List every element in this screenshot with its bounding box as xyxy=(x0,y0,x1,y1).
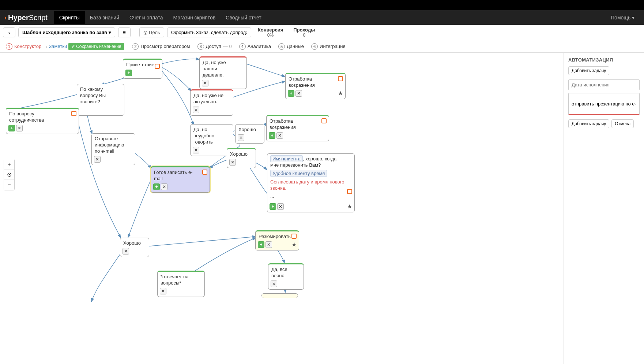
breadcrumb-sep: › xyxy=(46,44,47,49)
close-icon[interactable]: ✕ xyxy=(123,248,129,255)
tab-integration[interactable]: 6 Интеграция xyxy=(308,42,349,51)
tab-number-3: 3 xyxy=(197,43,204,50)
script-toolbar: ‹ Шаблон исходящего звонка по заяв ▾ ≡ ◎… xyxy=(0,25,644,40)
close-icon[interactable]: ✕ xyxy=(238,134,244,141)
browser-chrome-placeholder xyxy=(0,0,644,10)
add-task-button-top[interactable]: Добавить задачу xyxy=(568,66,609,75)
node-yes-correct[interactable]: Да, всё верно ✕ xyxy=(268,263,304,290)
node-marker-icon[interactable] xyxy=(321,118,327,123)
node-marker-icon[interactable] xyxy=(155,64,160,69)
caret-down-icon: ▾ xyxy=(632,15,634,21)
close-icon[interactable]: ✕ xyxy=(16,125,23,131)
check-icon: ✔ xyxy=(71,44,75,49)
menu-button[interactable]: ≡ xyxy=(118,27,131,37)
node-send-email-info[interactable]: Отправьте информацию по e-mail ✕ xyxy=(91,133,135,165)
close-icon[interactable]: ✕ xyxy=(202,80,208,86)
nav-script-store[interactable]: Магазин скриптов xyxy=(168,11,221,24)
nav-knowledge-base[interactable]: База знаний xyxy=(85,11,124,24)
zoom-center-button[interactable]: ⊙ xyxy=(4,170,14,180)
add-icon[interactable]: + xyxy=(125,70,132,76)
node-ok-3[interactable]: Хорошо ✕ xyxy=(120,238,149,257)
add-icon[interactable]: + xyxy=(270,203,276,210)
node-ok-1[interactable]: Хорошо ✕ xyxy=(235,124,264,144)
node-callback-card[interactable]: Имя клиента, хорошо, когда мне перезвони… xyxy=(267,153,355,212)
close-icon[interactable]: ✕ xyxy=(161,183,167,190)
conversion-value: 0% xyxy=(258,33,283,38)
node-ready-email[interactable]: Готов записать e-mail +✕ xyxy=(151,166,210,193)
node-cooperation[interactable]: По вопросу сотрудничества +✕ xyxy=(6,108,79,134)
star-icon[interactable]: ★ xyxy=(291,241,297,248)
node-marker-icon[interactable] xyxy=(71,111,76,116)
add-icon[interactable]: + xyxy=(288,90,294,97)
node-question-topic[interactable]: По какому вопросу Вы звоните? xyxy=(77,84,124,116)
add-icon[interactable]: + xyxy=(258,241,264,248)
zoom-in-button[interactable]: + xyxy=(4,159,14,170)
nav-scripts[interactable]: Скрипты xyxy=(54,11,85,24)
close-icon[interactable]: ✕ xyxy=(229,159,236,166)
task-date-input[interactable] xyxy=(568,79,640,90)
node-objection-handling-1[interactable]: Отработка возражения ★ +✕ xyxy=(285,73,346,99)
add-icon[interactable]: + xyxy=(153,183,160,190)
logo-chevron-icon: › xyxy=(4,14,7,22)
automation-sidepanel: АВТОМАТИЗАЦИЯ Добавить задачу Добавить з… xyxy=(564,53,644,364)
node-partial-bottom[interactable] xyxy=(261,293,298,298)
node-callback-text: Имя клиента, хорошо, когда мне перезвони… xyxy=(270,156,351,200)
nav-help[interactable]: Помощь ▾ xyxy=(606,11,640,24)
close-icon[interactable]: ✕ xyxy=(193,147,199,153)
add-icon[interactable]: + xyxy=(8,125,15,131)
logo-text-light: Script xyxy=(29,14,48,22)
cancel-button[interactable]: Отмена xyxy=(611,119,634,128)
passes-label: Проходы xyxy=(293,27,315,33)
caret-down-icon: ▾ xyxy=(109,30,111,35)
node-greeting[interactable]: Приветствие + xyxy=(123,59,162,79)
close-icon[interactable]: ✕ xyxy=(271,281,277,287)
conversion-label: Конверсия xyxy=(258,27,283,33)
node-not-relevant[interactable]: Да, но уже не актуально. ✕ xyxy=(190,89,233,116)
nav-summary-report[interactable]: Сводный отчет xyxy=(221,11,266,24)
goal-button[interactable]: ◎ Цель xyxy=(139,27,164,37)
target-icon: ◎ xyxy=(143,30,147,35)
node-marker-icon[interactable] xyxy=(202,170,207,175)
node-marker-icon[interactable] xyxy=(338,76,343,81)
close-icon[interactable]: ✕ xyxy=(295,90,302,97)
logo-text-bold: Hyper xyxy=(8,14,29,22)
tab-access[interactable]: 3 Доступ — 0 xyxy=(195,42,235,51)
variable-chip-convenient-time[interactable]: Удобное клиенту время xyxy=(270,170,327,177)
script-selector-dropdown[interactable]: Шаблон исходящего звонка по заяв ▾ xyxy=(18,27,115,37)
close-icon[interactable]: ✕ xyxy=(277,203,284,210)
variable-chip-client-name[interactable]: Имя клиента xyxy=(270,155,303,162)
add-icon[interactable]: + xyxy=(269,132,275,139)
star-icon[interactable]: ★ xyxy=(347,203,352,210)
node-found-cheaper[interactable]: Да, но уже нашли дешевле. ✕ xyxy=(199,56,247,89)
script-name: Шаблон исходящего звонка по заяв xyxy=(22,30,107,35)
node-summarize[interactable]: Резюмировать ★ +✕ xyxy=(255,230,299,250)
close-icon[interactable]: ✕ xyxy=(160,288,166,294)
node-marker-icon[interactable] xyxy=(347,189,352,194)
save-changes-button[interactable]: ✔ Сохранить изменения xyxy=(68,43,124,50)
node-marker-icon[interactable] xyxy=(291,234,297,239)
tab-constructor[interactable]: 1 Конструктор xyxy=(3,42,44,51)
node-answers-questions[interactable]: *отвечает на вопросы* ✕ xyxy=(157,271,205,297)
tab-data[interactable]: 5 Данные xyxy=(275,42,307,51)
flow-canvas[interactable]: Приветствие + По какому вопросу Вы звони… xyxy=(0,53,564,364)
tab-analytics[interactable]: 4 Аналитика xyxy=(236,42,274,51)
close-icon[interactable]: ✕ xyxy=(94,156,101,163)
zoom-out-button[interactable]: − xyxy=(4,180,14,190)
star-icon[interactable]: ★ xyxy=(338,90,343,97)
notes-link[interactable]: Заметки xyxy=(49,44,67,49)
app-logo[interactable]: › HyperScript xyxy=(4,14,48,22)
close-icon[interactable]: ✕ xyxy=(265,241,272,248)
add-task-button-bottom[interactable]: Добавить задачу xyxy=(568,119,609,128)
nav-billing[interactable]: Счет и оплата xyxy=(124,11,168,24)
tabs-bar: 1 Конструктор › Заметки ✔ Сохранить изме… xyxy=(0,40,644,53)
task-text-input[interactable] xyxy=(568,93,640,115)
tab-operator-view[interactable]: 2 Просмотр оператором xyxy=(129,42,193,51)
close-icon[interactable]: ✕ xyxy=(193,107,199,113)
node-objection-handling-2[interactable]: Отработка возражения +✕ xyxy=(266,115,329,141)
close-icon[interactable]: ✕ xyxy=(276,132,283,139)
goal-input[interactable] xyxy=(167,27,251,37)
node-ok-2[interactable]: Хорошо ✕ xyxy=(227,148,256,168)
back-button[interactable]: ‹ xyxy=(3,27,15,37)
tab-number-2: 2 xyxy=(132,43,139,50)
main-navbar: › HyperScript Скрипты База знаний Счет и… xyxy=(0,10,644,25)
